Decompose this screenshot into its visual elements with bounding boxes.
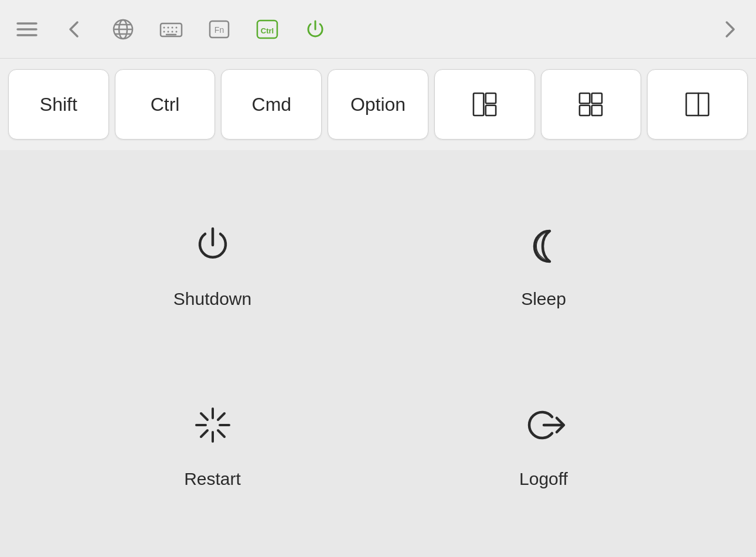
sleep-action[interactable]: Sleep [378,174,709,354]
svg-rect-24 [485,106,495,116]
svg-rect-29 [686,93,709,116]
svg-rect-25 [580,93,590,103]
shutdown-label: Shutdown [173,289,251,309]
restart-action[interactable]: Restart [47,354,378,535]
svg-text:Fn: Fn [214,25,224,35]
logoff-icon [517,399,570,451]
svg-rect-22 [474,93,483,116]
shutdown-icon [186,219,239,271]
power-toolbar-icon[interactable] [300,14,331,45]
ctrl-key[interactable]: Ctrl [115,69,216,140]
shift-key[interactable]: Shift [8,69,109,140]
layout-icon-1[interactable] [434,69,535,140]
svg-line-38 [201,430,207,437]
back-icon[interactable] [60,14,90,45]
fn-icon[interactable]: Fn [204,14,234,45]
svg-rect-27 [580,106,590,116]
logoff-action[interactable]: Logoff [378,354,709,535]
keyboard-icon[interactable] [156,14,186,45]
restart-label: Restart [184,469,241,489]
svg-rect-26 [592,93,602,103]
forward-icon[interactable] [714,14,744,45]
layout-icon-2[interactable] [541,69,642,140]
toolbar: Fn Ctrl [0,0,756,59]
svg-rect-28 [592,106,602,116]
main-content: Shutdown Sleep Restart [0,150,756,557]
sleep-label: Sleep [521,289,566,309]
menu-icon[interactable] [12,14,42,45]
option-key[interactable]: Option [328,69,428,140]
svg-line-36 [218,430,224,437]
svg-line-35 [201,413,207,420]
logoff-label: Logoff [519,469,568,489]
shutdown-action[interactable]: Shutdown [47,174,378,354]
svg-line-37 [218,413,224,420]
restart-icon [186,399,239,451]
globe-icon[interactable] [108,14,138,45]
sleep-icon [517,219,570,271]
modifier-keys-row: Shift Ctrl Cmd Option [0,59,756,150]
svg-rect-23 [485,93,495,103]
svg-text:Ctrl: Ctrl [261,26,274,35]
cmd-key[interactable]: Cmd [221,69,322,140]
ctrl-active-icon[interactable]: Ctrl [252,14,282,45]
layout-icon-3[interactable] [647,69,748,140]
